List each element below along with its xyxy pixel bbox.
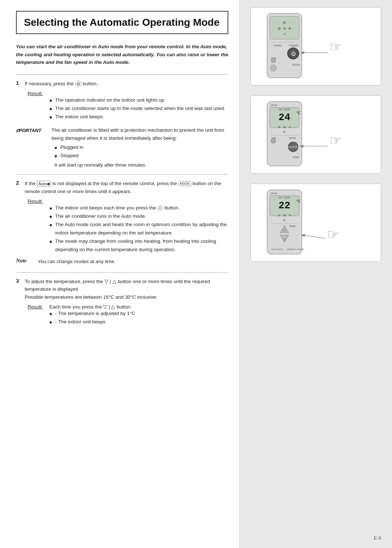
step-3-number: 3 <box>16 278 22 284</box>
svg-text:❄: ❄ <box>278 125 281 129</box>
svg-point-13 <box>271 58 275 62</box>
step-1-row: 1 If necessary, press the ⏻ button. <box>16 80 228 88</box>
important-footer: It will start up normally after three mi… <box>54 162 228 168</box>
im-prefix: 𝒆 <box>16 126 19 134</box>
diagram-3: ⟨Auto SET TEMP 22 °C ❄ ❋ ☀ ⊞ TEMP <box>250 184 381 262</box>
note-block: Note You can change modes at any time. <box>16 258 228 266</box>
bullet-1-2: The air conditioner starts up in the mod… <box>49 105 228 113</box>
svg-text:MODE: MODE <box>289 145 298 149</box>
section-1: 1 If necessary, press the ⏻ button. Resu… <box>16 74 228 168</box>
step-1-number: 1 <box>16 80 22 86</box>
svg-text:❋: ❋ <box>283 125 286 129</box>
important-bullet-1: Plugged in <box>54 143 228 152</box>
svg-text:☞: ☞ <box>330 39 342 54</box>
svg-text:TURBO: TURBO <box>273 44 282 46</box>
page-title: Selecting the Automatic Operating Mode <box>24 17 220 28</box>
svg-text:✿: ✿ <box>278 26 281 30</box>
main-content: Selecting the Automatic Operating Mode Y… <box>0 0 240 548</box>
step-3-result: Result: Each time you press the ▽ | △ bu… <box>28 304 228 326</box>
svg-text:°C: °C <box>296 111 301 115</box>
step-2-number: 2 <box>16 180 22 186</box>
svg-text:☀: ☀ <box>288 125 291 129</box>
svg-point-15 <box>270 65 276 71</box>
note-text: You can change modes at any time. <box>38 258 115 266</box>
result-label-1: Result: <box>28 91 45 96</box>
note-label: Note <box>16 258 34 264</box>
auto-icon-inline: Auto◀ <box>37 181 51 187</box>
svg-text:TEMP: TEMP <box>293 156 299 159</box>
step-1-result: Result: The operation indicator on the i… <box>28 90 228 121</box>
svg-text:☀: ☀ <box>288 213 291 217</box>
bullet-2-3: The Auto mode cools and heats the room i… <box>49 221 228 237</box>
step-2-text: If the Auto◀ is not displayed at the top… <box>25 180 228 195</box>
important-bullet-2: Stopped <box>54 152 228 160</box>
svg-line-56 <box>302 235 326 238</box>
svg-text:⟨Auto: ⟨Auto <box>270 103 277 107</box>
important-bullets: Plugged in Stopped <box>54 143 228 160</box>
svg-text:⊞: ⊞ <box>283 130 286 134</box>
svg-text:POWER: POWER <box>289 44 298 46</box>
svg-text:⊞: ⊞ <box>283 218 286 222</box>
bullet-3-1: - The temperature is adjusted by 1°C <box>49 310 228 318</box>
svg-text:24: 24 <box>279 112 290 123</box>
svg-text:❄: ❄ <box>278 213 281 217</box>
diagram-1: ❄ ✿ ❄ ❋ ☀ TURBO POWER ⏻ 1HR. MODE <box>250 7 381 85</box>
svg-text:❄: ❄ <box>283 26 286 30</box>
bullet-2-2: The air conditioner runs in the Auto mod… <box>49 212 228 221</box>
important-label: 𝒆PORTANT <box>16 126 49 134</box>
diagram-2: ⟨Auto SET TEMP 24 °C ❄ ❋ ☀ ⊞ 1HR. <box>250 95 381 173</box>
remote-svg-1: ❄ ✿ ❄ ❋ ☀ TURBO POWER ⏻ 1HR. MODE <box>257 8 375 85</box>
svg-text:☞: ☞ <box>326 226 341 243</box>
mode-btn-icon: ⊙ <box>157 205 163 210</box>
step-2-bullets: The indoor unit beeps each time you pres… <box>49 204 228 254</box>
svg-text:☀: ☀ <box>283 32 286 36</box>
step-2-result: Result: The indoor unit beeps each time … <box>28 198 228 254</box>
remote-svg-2: ⟨Auto SET TEMP 24 °C ❄ ❋ ☀ ⊞ 1HR. <box>257 97 375 173</box>
section-2: 2 If the Auto◀ is not displayed at the t… <box>16 174 228 265</box>
remote-svg-3: ⟨Auto SET TEMP 22 °C ❄ ❋ ☀ ⊞ TEMP <box>257 185 375 261</box>
svg-text:MODE: MODE <box>289 137 297 139</box>
important-content: The air conditioner is fitted with a pro… <box>52 126 228 168</box>
step-3-row: 3 To adjust the temperature, press the ▽… <box>16 278 228 301</box>
result-label-2: Result: <box>28 199 45 204</box>
power-icon-inline: ⏻ <box>75 81 82 87</box>
bullet-2-4: The mode may change from cooling into he… <box>49 237 228 254</box>
svg-text:ENERGY SAVING: ENERGY SAVING <box>287 248 305 250</box>
page: Selecting the Automatic Operating Mode Y… <box>0 0 392 548</box>
svg-text:▽: ▽ <box>283 238 286 241</box>
svg-text:TEMP: TEMP <box>289 225 296 228</box>
svg-text:°C: °C <box>296 199 301 203</box>
svg-text:△: △ <box>283 228 286 232</box>
step-3-text: To adjust the temperature, press the ▽ |… <box>25 278 228 301</box>
important-block: 𝒆PORTANT The air conditioner is fitted w… <box>16 126 228 168</box>
svg-text:❋: ❋ <box>283 213 286 217</box>
important-text-label: PORTANT <box>19 128 41 133</box>
step-1-bullets: The operation indicator on the indoor un… <box>49 96 228 121</box>
mode-icon-inline: MODE <box>179 181 191 186</box>
sidebar: ❄ ✿ ❄ ❋ ☀ TURBO POWER ⏻ 1HR. MODE <box>240 0 392 548</box>
svg-text:SET TEMP: SET TEMP <box>278 196 291 199</box>
step-3-result-intro: Each time you press the ▽ | △ button: <box>49 304 132 310</box>
step-3-bullets: - The temperature is adjusted by 1°C - T… <box>49 310 228 326</box>
svg-text:⟨Auto: ⟨Auto <box>270 192 277 195</box>
svg-text:❋: ❋ <box>288 26 291 30</box>
svg-text:☞: ☞ <box>330 132 342 148</box>
title-box: Selecting the Automatic Operating Mode <box>16 11 228 34</box>
bullet-1-1: The operation indicator on the indoor un… <box>49 96 228 105</box>
section-3: 3 To adjust the temperature, press the ▽… <box>16 272 228 327</box>
bullet-1-3: The indoor unit beeps. <box>49 113 228 121</box>
svg-text:SET TEMP: SET TEMP <box>278 108 291 110</box>
svg-text:❄: ❄ <box>283 20 286 24</box>
svg-point-30 <box>271 138 275 143</box>
result-label-3: Result: <box>28 304 45 310</box>
svg-text:FAN SPEED: FAN SPEED <box>271 248 283 250</box>
svg-text:MODE: MODE <box>293 63 300 66</box>
intro-paragraph: You can start the air conditioner in Aut… <box>16 43 228 66</box>
page-number: E-9 <box>374 535 381 541</box>
bullet-2-1: The indoor unit beeps each time you pres… <box>49 204 228 212</box>
important-main-text: The air conditioner is fitted with a pro… <box>52 126 228 142</box>
svg-text:⏻: ⏻ <box>291 50 296 56</box>
step-1-text: If necessary, press the ⏻ button. <box>25 80 98 88</box>
svg-text:22: 22 <box>279 200 290 211</box>
bullet-3-2: - The indoor unit beeps <box>49 318 228 326</box>
